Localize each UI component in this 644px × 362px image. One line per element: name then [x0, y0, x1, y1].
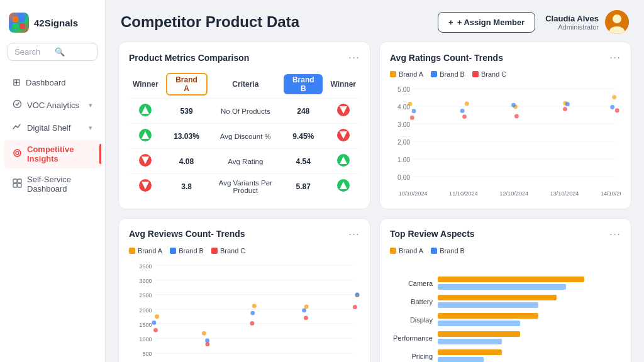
aspect-bar-b [438, 321, 520, 326]
card-avg-reviews-title: Avg Reviews Count- Trends [129, 229, 348, 239]
card-top-review-menu[interactable]: ··· [609, 228, 621, 241]
card-avg-reviews-header: Avg Reviews Count- Trends ··· [129, 228, 360, 241]
aspect-bars [438, 295, 621, 308]
table-row: 3.8 Avg Variants Per Product 5.87 [129, 174, 360, 199]
legend-item: Brand A [129, 247, 162, 255]
svg-point-16 [613, 14, 621, 23]
card-top-review-title: Top Review Aspects [390, 229, 609, 239]
legend-item: Brand B [431, 70, 465, 78]
svg-point-59 [565, 102, 570, 106]
nav-dashboard-wrapper: ⊞ Dashboard [0, 71, 105, 94]
svg-text:2000: 2000 [139, 307, 152, 313]
svg-point-55 [612, 95, 616, 99]
criteria-cell: Avg Rating [211, 149, 280, 174]
svg-point-63 [514, 114, 519, 119]
svg-text:1000: 1000 [139, 336, 152, 343]
sidebar-item-dashboard-label: Dashboard [26, 78, 66, 87]
sidebar-item-dashboard[interactable]: ⊞ Dashboard [4, 72, 101, 93]
aspect-bar-a [438, 313, 538, 319]
svg-point-89 [252, 304, 257, 308]
legend-dot [431, 248, 437, 254]
svg-text:3500: 3500 [139, 263, 152, 269]
aspect-bars [438, 277, 621, 290]
sidebar-item-voc-label: VOC Analytics [27, 101, 79, 110]
nav-self-service-wrapper: Self-Service Dashboard [0, 169, 105, 199]
brand-b-value: 9.45% [280, 124, 326, 149]
nav-digital-shelf-wrapper: Digital Shelf ▾ [0, 116, 105, 139]
brand-a-value: 13.03% [162, 124, 211, 149]
svg-rect-2 [13, 23, 18, 29]
aspect-row: Performance [390, 331, 621, 344]
criteria-cell: Avg Discount % [211, 124, 280, 149]
voc-icon [13, 99, 22, 111]
svg-rect-13 [13, 184, 17, 187]
legend-label: Brand B [440, 70, 465, 78]
svg-point-60 [610, 105, 614, 109]
user-name: Claudia Alves [545, 14, 599, 23]
top-review-legend: Brand ABrand B [390, 247, 621, 255]
svg-text:13/10/2024: 13/10/2024 [550, 190, 579, 197]
svg-point-101 [353, 305, 357, 309]
assign-member-button[interactable]: + + Assign Member [438, 12, 535, 33]
card-product-metrics-title: Product Metrics Comparison [129, 53, 348, 63]
sidebar-item-competitive-insights[interactable]: Competitive Insights [4, 140, 101, 168]
winner-b-cell [326, 99, 360, 124]
svg-point-98 [205, 342, 209, 346]
page-header: Competitor Product Data + + Assign Membe… [106, 0, 644, 41]
user-details: Claudia Alves Administrator [545, 14, 599, 31]
card-avg-reviews-menu[interactable]: ··· [348, 228, 360, 241]
winner-b-cell [326, 124, 360, 149]
table-row: 13.03% Avg Discount % 9.45% [129, 124, 360, 149]
card-top-review-header: Top Review Aspects ··· [390, 228, 621, 241]
svg-rect-3 [19, 23, 25, 29]
svg-point-95 [302, 308, 306, 312]
legend-label: Brand B [440, 247, 465, 255]
svg-text:0.00: 0.00 [397, 174, 410, 181]
app-logo-icon [9, 13, 29, 33]
card-top-review: Top Review Aspects ··· Brand ABrand B Ca… [379, 218, 631, 363]
sidebar-item-voc[interactable]: VOC Analytics ▾ [4, 94, 101, 116]
card-product-metrics-menu[interactable]: ··· [348, 51, 360, 64]
legend-dot [129, 248, 135, 254]
aspect-row: Pricing [390, 349, 621, 362]
sidebar-item-competitive-label: Competitive Insights [27, 145, 92, 163]
svg-point-96 [355, 292, 359, 297]
svg-text:14/10/2024: 14/10/2024 [601, 190, 621, 197]
aspect-row: Camera [390, 277, 621, 290]
col-winner-b: Winner [326, 70, 360, 99]
card-avg-ratings-menu[interactable]: ··· [609, 51, 621, 64]
col-brand-a: Brand A [162, 70, 211, 99]
criteria-cell: No Of Products [211, 99, 280, 124]
avatar [605, 10, 629, 34]
aspect-bar-b [438, 284, 566, 290]
aspect-bar-a [438, 277, 584, 282]
aspect-bars [438, 349, 621, 362]
svg-text:2.00: 2.00 [397, 139, 410, 146]
svg-rect-1 [19, 16, 25, 22]
card-avg-ratings-header: Avg Ratings Count- Trends ··· [390, 51, 621, 64]
svg-text:500: 500 [142, 351, 152, 357]
digital-shelf-chevron-icon: ▾ [89, 124, 92, 132]
aspect-bars [438, 331, 621, 344]
aspect-bar-b [438, 302, 538, 308]
sidebar-item-self-service-label: Self-Service Dashboard [27, 175, 92, 194]
app-logo-text: 42Signals [34, 18, 78, 28]
winner-b-cell [326, 174, 360, 199]
sidebar-item-digital-shelf[interactable]: Digital Shelf ▾ [4, 117, 101, 138]
svg-text:3000: 3000 [139, 278, 152, 284]
search-box[interactable]: Search 🔍 [8, 43, 97, 61]
user-info: Claudia Alves Administrator [545, 10, 629, 34]
svg-point-94 [250, 310, 255, 315]
svg-rect-14 [18, 184, 21, 187]
dashboard-grid: Product Metrics Comparison ··· Winner Br… [106, 41, 644, 362]
nav-competitive-wrapper: Competitive Insights [0, 139, 105, 169]
svg-point-58 [511, 103, 516, 107]
assign-member-label: + Assign Member [457, 18, 525, 27]
aspect-label: Display [390, 316, 433, 324]
brand-a-value: 4.08 [162, 149, 211, 174]
aspect-bar-b [438, 339, 502, 344]
aspect-label: Camera [390, 280, 433, 287]
sidebar-item-self-service[interactable]: Self-Service Dashboard [4, 170, 101, 199]
user-role: Administrator [545, 23, 599, 31]
svg-point-88 [202, 331, 206, 335]
